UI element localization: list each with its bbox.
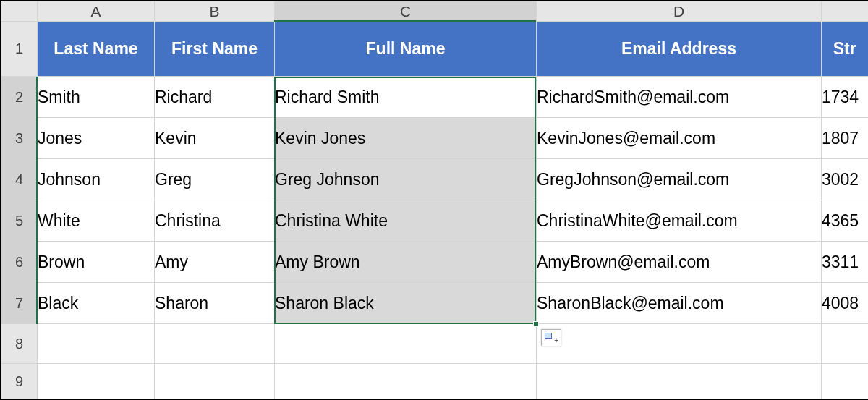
cell-C2[interactable]: Richard Smith [275,77,537,118]
cell-E7[interactable]: 4008 [822,283,868,324]
row-3: 3 Jones Kevin Kevin Jones KevinJones@ema… [1,118,868,159]
row-2: 2 Smith Richard Richard Smith RichardSmi… [1,77,868,118]
col-header-E[interactable] [822,1,868,22]
cell-C9[interactable] [275,364,537,399]
cell-D7[interactable]: SharonBlack@email.com [537,283,822,324]
cell-E4[interactable]: 3002 [822,159,868,200]
row-8: 8 [1,324,868,364]
cell-A7[interactable]: Black [38,283,155,324]
cell-A9[interactable] [38,364,155,399]
row-5: 5 White Christina Christina White Christ… [1,200,868,242]
cell-B7[interactable]: Sharon [155,283,275,324]
cell-C4[interactable]: Greg Johnson [275,159,537,200]
cell-B4[interactable]: Greg [155,159,275,200]
row-7: 7 Black Sharon Sharon Black SharonBlack@… [1,283,868,324]
spreadsheet[interactable]: A B C D 1 Last Name First Name Full Name… [0,0,868,400]
row-header-1[interactable]: 1 [1,22,38,77]
cell-B6[interactable]: Amy [155,242,275,283]
col-header-B[interactable]: B [155,1,275,22]
cell-D3[interactable]: KevinJones@email.com [537,118,822,159]
cell-C8[interactable] [275,324,537,364]
header-email[interactable]: Email Address [537,22,822,77]
cell-A2[interactable]: Smith [38,77,155,118]
cell-D5[interactable]: ChristinaWhite@email.com [537,200,822,242]
row-header-6[interactable]: 6 [1,242,38,283]
cell-E3[interactable]: 1807 [822,118,868,159]
col-header-D[interactable]: D [537,1,822,22]
column-header-row: A B C D [1,1,868,22]
cell-D8[interactable] [537,324,822,364]
cell-B3[interactable]: Kevin [155,118,275,159]
row-9: 9 [1,364,868,399]
row-header-4[interactable]: 4 [1,159,38,200]
cell-A4[interactable]: Johnson [38,159,155,200]
cell-C3[interactable]: Kevin Jones [275,118,537,159]
row-6: 6 Brown Amy Amy Brown AmyBrown@email.com… [1,242,868,283]
cell-A6[interactable]: Brown [38,242,155,283]
autofill-options-icon: + [545,333,558,343]
row-header-5[interactable]: 5 [1,200,38,242]
cell-C7[interactable]: Sharon Black [275,283,537,324]
cell-B9[interactable] [155,364,275,399]
cell-B5[interactable]: Christina [155,200,275,242]
rowhdr-sel-edge [36,77,38,324]
cell-E2[interactable]: 1734 [822,77,868,118]
row-header-9[interactable]: 9 [1,364,38,399]
grid-table: A B C D 1 Last Name First Name Full Name… [1,1,868,399]
cell-E6[interactable]: 3311 [822,242,868,283]
cell-E9[interactable] [822,364,868,399]
cell-B8[interactable] [155,324,275,364]
header-last-name[interactable]: Last Name [38,22,155,77]
cell-A3[interactable]: Jones [38,118,155,159]
cell-E5[interactable]: 4365 [822,200,868,242]
row-header-8[interactable]: 8 [1,324,38,364]
row-header-7[interactable]: 7 [1,283,38,324]
autofill-options-button[interactable]: + [541,329,561,346]
cell-A5[interactable]: White [38,200,155,242]
cell-E8[interactable] [822,324,868,364]
colhdr-sel-edge [274,20,536,22]
header-first-name[interactable]: First Name [155,22,275,77]
cell-D4[interactable]: GregJohnson@email.com [537,159,822,200]
header-street[interactable]: Str [822,22,868,77]
col-header-C[interactable]: C [275,1,537,22]
cell-D2[interactable]: RichardSmith@email.com [537,77,822,118]
cell-D9[interactable] [537,364,822,399]
cell-B2[interactable]: Richard [155,77,275,118]
select-all-corner[interactable] [1,1,38,22]
row-header-2[interactable]: 2 [1,77,38,118]
row-1: 1 Last Name First Name Full Name Email A… [1,22,868,77]
cell-C6[interactable]: Amy Brown [275,242,537,283]
cell-A8[interactable] [38,324,155,364]
header-full-name[interactable]: Full Name [275,22,537,77]
row-header-3[interactable]: 3 [1,118,38,159]
col-header-A[interactable]: A [38,1,155,22]
row-4: 4 Johnson Greg Greg Johnson GregJohnson@… [1,159,868,200]
cell-D6[interactable]: AmyBrown@email.com [537,242,822,283]
cell-C5[interactable]: Christina White [275,200,537,242]
